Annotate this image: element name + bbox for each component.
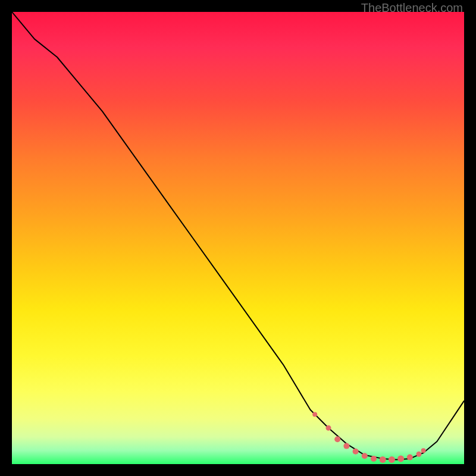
marker-point bbox=[389, 456, 395, 463]
attribution-label: TheBottleneck.com bbox=[361, 1, 463, 15]
marker-point bbox=[353, 449, 359, 455]
curve-path bbox=[12, 12, 464, 459]
marker-point bbox=[312, 412, 317, 416]
chart-svg bbox=[12, 12, 464, 464]
marker-point bbox=[371, 456, 377, 462]
marker-point bbox=[334, 436, 340, 442]
line-series bbox=[12, 12, 464, 459]
marker-point bbox=[407, 455, 413, 461]
marker-point bbox=[421, 448, 426, 453]
marker-point bbox=[326, 425, 331, 431]
marker-point bbox=[380, 456, 386, 463]
marker-point bbox=[343, 443, 349, 449]
marker-point bbox=[397, 455, 404, 462]
marker-point bbox=[416, 452, 422, 457]
marker-point bbox=[362, 453, 368, 459]
marker-series bbox=[312, 412, 425, 463]
